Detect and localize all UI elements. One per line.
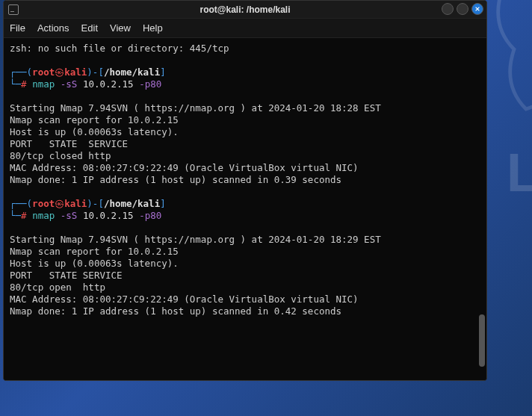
terminal-body[interactable]: zsh: no such file or directory: 445/tcp … (4, 38, 486, 380)
output-line: Nmap done: 1 IP address (1 host up) scan… (10, 174, 480, 186)
prompt-line: ┌──(root㉿kali)-[/home/kali] (10, 66, 480, 78)
terminal-window: root@kali: /home/kali File Actions Edit … (3, 0, 487, 381)
output-line (10, 55, 480, 66)
prompt-line: ┌──(root㉿kali)-[/home/kali] (10, 198, 480, 210)
output-line: Host is up (0.00063s latency). (10, 258, 480, 270)
output-line: Starting Nmap 7.94SVN ( https://nmap.org… (10, 102, 480, 114)
output-line (10, 90, 480, 102)
output-line: Nmap scan report for 10.0.2.15 (10, 246, 480, 258)
close-icon (474, 6, 480, 12)
output-line: zsh: no such file or directory: 445/tcp (10, 43, 480, 55)
maximize-button[interactable] (457, 3, 468, 15)
titlebar[interactable]: root@kali: /home/kali (4, 1, 486, 19)
output-line: MAC Address: 08:00:27:C9:22:49 (Oracle V… (10, 294, 480, 305)
menu-view[interactable]: View (110, 22, 131, 34)
output-line (10, 186, 480, 198)
minimize-button[interactable] (442, 3, 454, 15)
menu-edit[interactable]: Edit (81, 22, 98, 34)
output-line: Host is up (0.00063s latency). (10, 126, 480, 138)
menu-file[interactable]: File (10, 22, 25, 34)
menu-help[interactable]: Help (143, 22, 163, 34)
command-line: └─# nmap -sS 10.0.2.15 -p80 (10, 78, 480, 90)
menu-actions[interactable]: Actions (37, 22, 69, 34)
menubar: File Actions Edit View Help (4, 19, 486, 38)
output-line: Nmap scan report for 10.0.2.15 (10, 114, 480, 126)
output-line: Starting Nmap 7.94SVN ( https://nmap.org… (10, 234, 480, 246)
scrollbar-thumb[interactable] (479, 314, 485, 367)
output-line: MAC Address: 08:00:27:C9:22:49 (Oracle V… (10, 162, 480, 174)
output-line: PORT STATE SERVICE (10, 138, 480, 150)
close-button[interactable] (471, 3, 483, 15)
window-controls (442, 3, 483, 15)
command-line: └─# nmap -sS 10.0.2.15 -p80 (10, 210, 480, 222)
window-title: root@kali: /home/kali (4, 4, 486, 15)
output-line: PORT STATE SERVICE (10, 270, 480, 282)
output-line (10, 222, 480, 234)
output-line: Nmap done: 1 IP address (1 host up) scan… (10, 305, 480, 317)
output-line: 80/tcp closed http (10, 150, 480, 162)
output-line: 80/tcp open http (10, 282, 480, 294)
